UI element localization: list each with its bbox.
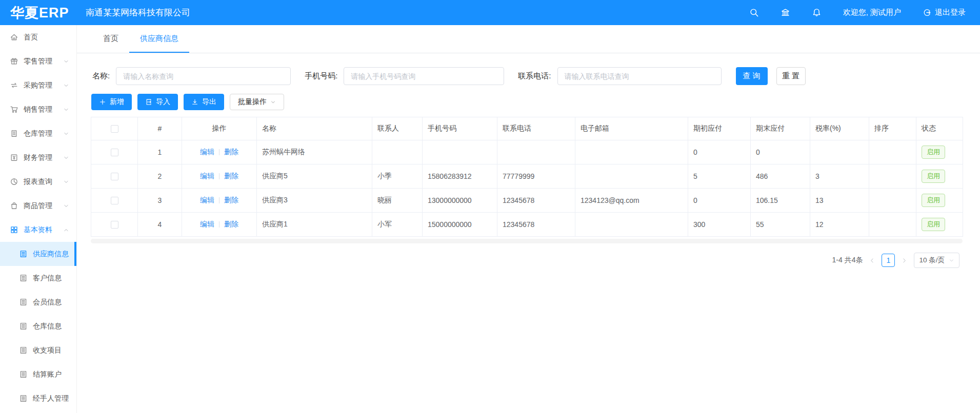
sidebar-item-handler[interactable]: 经手人管理	[0, 386, 76, 410]
row-checkbox[interactable]	[111, 197, 118, 204]
sidebar-item-retail[interactable]: 零售管理	[0, 49, 76, 73]
cell-email: 1234123@qq.com	[575, 189, 688, 213]
sidebar-item-label: 首页	[24, 33, 38, 42]
edit-link[interactable]: 编辑	[200, 220, 214, 228]
delete-link[interactable]: 删除	[224, 220, 238, 228]
cell-email	[575, 140, 688, 164]
name-filter-label: 名称:	[92, 71, 110, 81]
column-header: 状态	[916, 117, 963, 140]
cell-phone: 15000000000	[423, 213, 497, 237]
finance-icon	[10, 153, 18, 162]
sales-icon	[10, 105, 18, 114]
row-checkbox[interactable]	[111, 149, 118, 156]
edit-link[interactable]: 编辑	[200, 196, 214, 204]
sidebar-item-goods[interactable]: 商品管理	[0, 194, 76, 218]
sidebar-item-label: 仓库信息	[33, 322, 62, 331]
cell-contact: 小季	[372, 164, 423, 189]
cell-begin-payable: 0	[688, 189, 751, 213]
sidebar-item-label: 供应商信息	[33, 250, 69, 259]
sidebar-item-sales[interactable]: 销售管理	[0, 97, 76, 121]
sidebar-item-finance[interactable]: 财务管理	[0, 146, 76, 170]
sidebar-item-customer[interactable]: 客户信息	[0, 266, 76, 290]
table-header-row: #操作名称联系人手机号码联系电话电子邮箱期初应付期末应付税率(%)排序状态	[91, 117, 963, 140]
cell-end-payable: 486	[751, 164, 810, 189]
goods-icon	[10, 201, 18, 210]
batch-operation-dropdown[interactable]: 批量操作	[230, 94, 284, 110]
chevron-down-icon	[63, 155, 69, 161]
cell-telephone	[497, 140, 575, 164]
chevron-down-icon	[63, 203, 69, 209]
report-icon	[10, 177, 18, 186]
row-checkbox[interactable]	[111, 173, 118, 180]
sidebar-item-report[interactable]: 报表查询	[0, 170, 76, 194]
chevron-right-icon[interactable]	[901, 257, 908, 264]
tab-supplier-info[interactable]: 供应商信息	[129, 25, 189, 53]
status-badge[interactable]: 启用	[922, 194, 945, 207]
logout-button[interactable]: 退出登录	[923, 8, 966, 17]
row-actions: 编辑删除	[182, 140, 257, 164]
row-select-cell	[91, 213, 138, 237]
doc-icon	[19, 370, 28, 379]
cell-sort	[869, 140, 916, 164]
reset-button[interactable]: 重 置	[776, 67, 806, 85]
telephone-filter-label: 联系电话:	[518, 71, 551, 81]
sidebar-item-label: 收支项目	[33, 346, 62, 355]
edit-link[interactable]: 编辑	[200, 172, 214, 180]
export-button[interactable]: 导出	[184, 94, 224, 110]
sidebar-item-basic[interactable]: 基本资料	[0, 218, 76, 242]
sidebar-item-home[interactable]: 首页	[0, 25, 76, 49]
cell-tax-rate	[810, 140, 869, 164]
horizontal-scrollbar[interactable]	[91, 239, 963, 243]
sidebar-item-member[interactable]: 会员信息	[0, 290, 76, 314]
export-icon	[191, 98, 198, 106]
cell-telephone: 12345678	[497, 189, 575, 213]
sidebar-item-inout-item[interactable]: 收支项目	[0, 338, 76, 362]
cell-tax-rate: 13	[810, 189, 869, 213]
app-logo: 华夏ERP	[0, 4, 77, 22]
column-header: 期初应付	[688, 117, 751, 140]
row-actions: 编辑删除	[182, 164, 257, 189]
page-size-select[interactable]: 10 条/页	[914, 253, 959, 268]
status-badge[interactable]: 启用	[922, 146, 945, 159]
cell-status: 启用	[916, 189, 963, 213]
doc-icon	[19, 322, 28, 331]
search-icon[interactable]	[749, 8, 759, 17]
sidebar-item-depot[interactable]: 仓库信息	[0, 314, 76, 338]
add-button[interactable]: 新增	[91, 94, 132, 110]
status-badge[interactable]: 启用	[922, 170, 945, 183]
search-button[interactable]: 查 询	[736, 67, 768, 85]
plus-icon	[99, 98, 106, 106]
sidebar-item-warehouse[interactable]: 仓库管理	[0, 121, 76, 146]
bell-icon[interactable]	[812, 8, 822, 17]
import-button[interactable]: 导入	[137, 94, 178, 110]
divider	[219, 221, 219, 228]
sidebar-item-account[interactable]: 结算账户	[0, 362, 76, 386]
status-badge[interactable]: 启用	[922, 218, 945, 231]
delete-link[interactable]: 删除	[224, 196, 238, 204]
delete-link[interactable]: 删除	[224, 148, 238, 156]
edit-link[interactable]: 编辑	[200, 148, 214, 156]
telephone-filter-input[interactable]	[557, 67, 722, 85]
select-all-checkbox[interactable]	[111, 125, 118, 133]
name-filter-input[interactable]	[116, 67, 291, 85]
sidebar-item-label: 会员信息	[33, 298, 62, 307]
row-checkbox[interactable]	[111, 221, 118, 229]
sidebar: 首页零售管理采购管理销售管理仓库管理财务管理报表查询商品管理基本资料供应商信息客…	[0, 25, 77, 413]
cell-begin-payable: 0	[688, 140, 751, 164]
sidebar-item-label: 销售管理	[24, 105, 52, 114]
tab-supplier-info-label: 供应商信息	[140, 34, 178, 44]
chevron-left-icon[interactable]	[869, 257, 875, 264]
tab-home[interactable]: 首页	[92, 25, 129, 53]
sidebar-item-supplier[interactable]: 供应商信息	[0, 242, 76, 266]
divider	[219, 149, 219, 155]
cell-name: 苏州蜗牛网络	[257, 140, 372, 164]
phone-filter-input[interactable]	[344, 67, 504, 85]
cell-sort	[869, 213, 916, 237]
bank-icon[interactable]	[781, 8, 790, 17]
row-actions: 编辑删除	[182, 189, 257, 213]
cell-email	[575, 213, 688, 237]
sidebar-item-purchase[interactable]: 采购管理	[0, 73, 76, 97]
delete-link[interactable]: 删除	[224, 172, 238, 180]
pagination-current-page[interactable]: 1	[882, 254, 895, 267]
row-actions: 编辑删除	[182, 213, 257, 237]
